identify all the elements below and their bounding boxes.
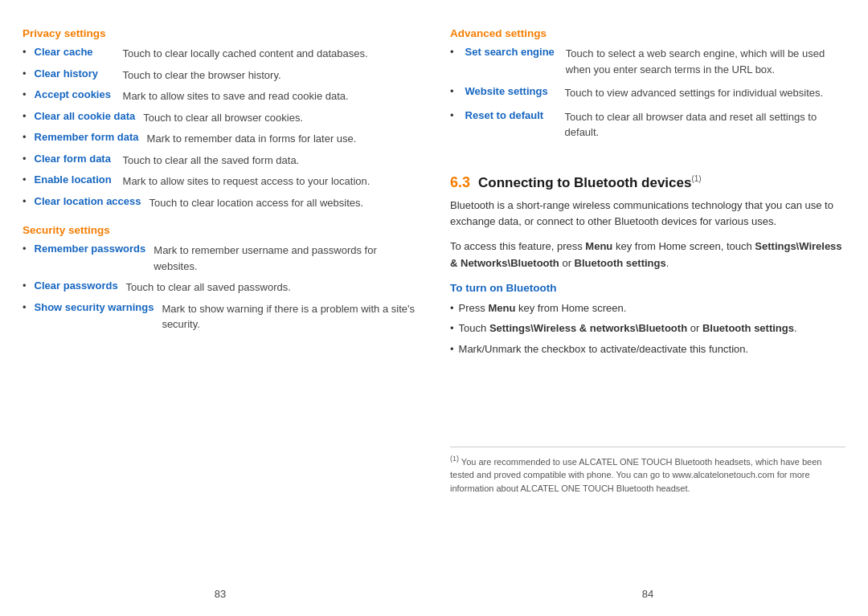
step2-text: Touch Settings\Wireless & networks\Bluet… [459,320,797,337]
footnote-number: (1) [450,455,459,463]
bluetooth-section: 6.3 Connecting to Bluetooth devices(1) B… [450,174,845,362]
step3-text: Mark/Unmark the checkbox to activate/dea… [459,341,749,357]
bluetooth-intro-text: Bluetooth is a short-range wireless comm… [450,198,845,231]
bluetooth-steps-list: Press Menu key from Home screen. Touch S… [450,300,845,357]
left-page: Privacy settings Clear cache Touch to cl… [23,24,418,600]
enable-location-desc: Mark to allow sites to request access to… [123,173,418,190]
advanced-settings-section: Advanced settings Set search engine Touc… [450,24,845,153]
clear-history-label: Clear history [35,67,115,80]
list-item: Clear form data Touch to clear all the s… [23,153,418,169]
advanced-settings-header: Advanced settings [450,27,845,39]
clear-cache-desc: Touch to clear locally cached content an… [123,46,418,62]
clear-cache-label: Clear cache [35,46,115,58]
privacy-settings-header: Privacy settings [23,27,418,39]
footnote-section: (1) You are recommended to use ALCATEL O… [450,447,845,495]
footnote-text: (1) You are recommended to use ALCATEL O… [450,454,845,495]
clear-location-desc: Touch to clear location access for all w… [149,195,418,211]
website-settings-desc: Touch to view advanced settings for indi… [565,85,845,101]
set-search-engine-desc: Touch to select a web search engine, whi… [566,46,845,77]
bluetooth-settings-bold: Bluetooth settings [575,257,666,269]
list-item: Remember passwords Mark to remember user… [23,243,418,274]
clear-history-desc: Touch to clear the browser history. [123,67,418,84]
settings-wireless-bold-2: Settings\Wireless & networks\Bluetooth [489,322,687,334]
clear-form-label: Clear form data [35,153,115,165]
list-item: Enable location Mark to allow sites to r… [23,173,418,190]
remember-form-desc: Mark to remember data in forms for later… [147,131,418,147]
turn-on-bluetooth-header: To turn on Bluetooth [450,282,845,294]
clear-form-desc: Touch to clear all the saved form data. [123,153,418,169]
footnote-content: You are recommended to use ALCATEL ONE T… [450,457,821,493]
accept-cookies-desc: Mark to allow sites to save and read coo… [123,88,418,104]
clear-all-cookie-label: Clear all cookie data [35,110,136,122]
list-item: Press Menu key from Home screen. [450,300,845,316]
set-search-engine-label: Set search engine [465,46,555,58]
advanced-settings-list: Set search engine Touch to select a web … [450,46,845,149]
security-settings-list: Remember passwords Mark to remember user… [23,243,418,338]
reset-to-default-desc: Touch to clear all browser data and rese… [565,109,845,141]
list-item: Set search engine Touch to select a web … [450,46,845,77]
menu-bold-2: Menu [488,302,515,314]
list-item: Remember form data Mark to remember data… [23,131,418,147]
list-item: Clear all cookie data Touch to clear all… [23,110,418,126]
menu-bold-1: Menu [585,240,612,252]
bluetooth-superscript: (1) [691,174,701,183]
show-security-label: Show security warnings [35,301,154,313]
security-settings-header: Security settings [23,224,418,236]
clear-passwords-desc: Touch to clear all saved passwords. [126,279,418,296]
list-item: Clear passwords Touch to clear all saved… [23,279,418,296]
remember-passwords-desc: Mark to remember username and passwords … [154,243,418,274]
privacy-settings-list: Clear cache Touch to clear locally cache… [23,46,418,216]
list-item: Clear cache Touch to clear locally cache… [23,46,418,62]
bluetooth-access-text: To access this feature, press Menu key f… [450,239,845,272]
right-page: Advanced settings Set search engine Touc… [450,24,845,600]
list-item: Accept cookies Mark to allow sites to sa… [23,88,418,104]
clear-all-cookie-desc: Touch to clear all browser cookies. [143,110,418,126]
bluetooth-section-number: 6.3 [450,174,470,191]
list-item: Show security warnings Mark to show warn… [23,301,418,332]
bluetooth-section-title: Connecting to Bluetooth devices(1) [478,174,702,191]
website-settings-label: Website settings [465,85,554,97]
list-item: Website settings Touch to view advanced … [450,85,845,101]
list-item: Mark/Unmark the checkbox to activate/dea… [450,341,845,357]
reset-to-default-label: Reset to default [465,109,554,121]
list-item: Clear location access Touch to clear loc… [23,195,418,211]
page-spread: Privacy settings Clear cache Touch to cl… [0,0,868,616]
bluetooth-title-row: 6.3 Connecting to Bluetooth devices(1) [450,174,845,191]
list-item: Touch Settings\Wireless & networks\Bluet… [450,320,845,337]
remember-form-label: Remember form data [35,131,139,143]
list-item: Reset to default Touch to clear all brow… [450,109,845,141]
right-page-number: 84 [450,580,845,600]
clear-passwords-label: Clear passwords [35,279,118,292]
accept-cookies-label: Accept cookies [35,88,115,100]
clear-location-label: Clear location access [35,195,141,207]
left-page-number: 83 [23,580,418,600]
remember-passwords-label: Remember passwords [35,243,146,255]
bluetooth-settings-bold-2: Bluetooth settings [702,322,794,334]
enable-location-label: Enable location [35,173,115,186]
step1-text: Press Menu key from Home screen. [459,300,627,316]
show-security-desc: Mark to show warning if there is a probl… [162,301,418,332]
list-item: Clear history Touch to clear the browser… [23,67,418,84]
